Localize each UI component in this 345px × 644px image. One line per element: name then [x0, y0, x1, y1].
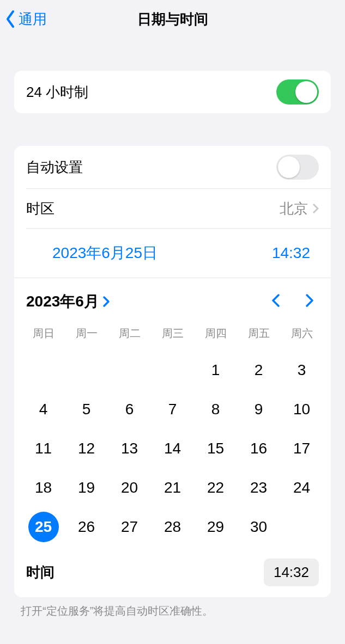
chevron-right-icon	[102, 296, 110, 308]
chevron-right-icon	[305, 293, 314, 308]
next-month-button[interactable]	[305, 293, 314, 310]
timezone-value: 北京	[280, 199, 308, 218]
chevron-left-icon	[5, 10, 16, 28]
time-value-button[interactable]: 14:32	[264, 559, 319, 586]
calendar-day[interactable]: 24	[280, 468, 323, 507]
time-row: 时间 14:32	[14, 552, 331, 597]
twenty-four-hour-toggle[interactable]	[276, 79, 319, 105]
calendar-day[interactable]: 8	[194, 390, 237, 429]
chevron-right-icon	[312, 203, 319, 214]
calendar-day[interactable]: 6	[108, 390, 151, 429]
auto-set-toggle[interactable]	[276, 155, 319, 180]
calendar-day[interactable]: 21	[151, 468, 194, 507]
calendar-day[interactable]: 11	[22, 429, 65, 468]
calendar-blank	[151, 351, 194, 390]
month-label: 2023年6月	[26, 291, 99, 312]
timezone-row[interactable]: 时区 北京	[14, 189, 331, 228]
toggle-knob	[295, 81, 317, 103]
weekday-label: 周四	[194, 323, 237, 351]
calendar-day[interactable]: 18	[22, 468, 65, 507]
calendar-day[interactable]: 5	[65, 390, 108, 429]
calendar-day[interactable]: 7	[151, 390, 194, 429]
weekday-label: 周二	[108, 323, 151, 351]
auto-set-label: 自动设置	[26, 158, 83, 177]
calendar-day[interactable]: 20	[108, 468, 151, 507]
calendar-day[interactable]: 16	[237, 429, 280, 468]
current-datetime-row: 2023年6月25日 14:32	[14, 229, 331, 278]
calendar-day[interactable]: 29	[194, 507, 237, 547]
calendar-day[interactable]: 26	[65, 507, 108, 547]
calendar-day[interactable]: 19	[65, 468, 108, 507]
current-time-button[interactable]: 14:32	[272, 244, 314, 262]
calendar-day[interactable]: 28	[151, 507, 194, 547]
time-label: 时间	[26, 563, 55, 582]
calendar-day[interactable]: 27	[108, 507, 151, 547]
calendar-day[interactable]: 2	[237, 351, 280, 390]
calendar-day[interactable]: 10	[280, 390, 323, 429]
calendar-day[interactable]: 13	[108, 429, 151, 468]
calendar-blank	[22, 351, 65, 390]
page-title: 日期与时间	[0, 10, 345, 29]
calendar-day[interactable]: 17	[280, 429, 323, 468]
calendar-day[interactable]: 3	[280, 351, 323, 390]
month-picker-button[interactable]: 2023年6月	[26, 291, 110, 312]
chevron-left-icon	[271, 293, 281, 308]
back-button[interactable]: 通用	[0, 10, 47, 29]
calendar-day[interactable]: 9	[237, 390, 280, 429]
calendar-blank	[108, 351, 151, 390]
weekday-label: 周五	[237, 323, 280, 351]
timezone-label: 时区	[26, 199, 55, 218]
auto-set-row: 自动设置	[14, 146, 331, 188]
prev-month-button[interactable]	[271, 293, 281, 310]
weekday-label: 周六	[280, 323, 323, 351]
back-label: 通用	[19, 10, 47, 29]
footer-note: 打开“定位服务”将提高自动时区准确性。	[0, 597, 345, 618]
calendar-day[interactable]: 22	[194, 468, 237, 507]
twenty-four-hour-label: 24 小时制	[26, 83, 88, 102]
calendar-day[interactable]: 4	[22, 390, 65, 429]
weekday-label: 周一	[65, 323, 108, 351]
current-date-button[interactable]: 2023年6月25日	[52, 243, 158, 263]
calendar-day[interactable]: 23	[237, 468, 280, 507]
calendar-day[interactable]: 30	[237, 507, 280, 547]
calendar: 2023年6月 周日周一周二周三周四周五周六 12345678910111213…	[14, 278, 331, 552]
weekday-label: 周日	[22, 323, 65, 351]
calendar-day[interactable]: 25	[22, 507, 65, 547]
weekday-label: 周三	[151, 323, 194, 351]
calendar-day[interactable]: 15	[194, 429, 237, 468]
calendar-day[interactable]: 1	[194, 351, 237, 390]
calendar-day[interactable]: 12	[65, 429, 108, 468]
calendar-day[interactable]: 14	[151, 429, 194, 468]
twenty-four-hour-row: 24 小时制	[14, 71, 331, 113]
calendar-blank	[65, 351, 108, 390]
toggle-knob	[278, 156, 300, 178]
